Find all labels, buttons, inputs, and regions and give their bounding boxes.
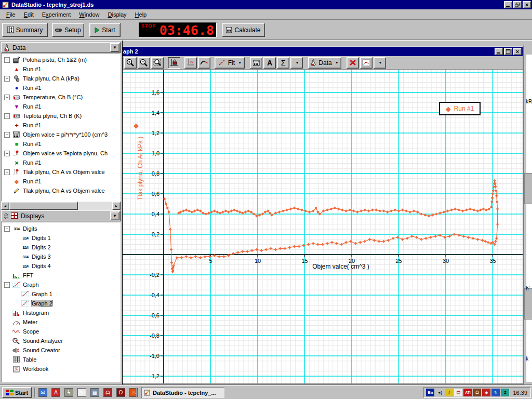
display-item-row[interactable]: Graph 2 [2,299,120,308]
tray-volume-icon[interactable]: ◄) [435,389,444,396]
scale-lock-button[interactable] [168,57,180,69]
display-item-row[interactable]: 3.14Digits 2 [2,243,120,252]
tree-expander[interactable]: − [4,169,10,175]
menu-help[interactable]: Help [131,10,151,19]
calculate-button[interactable]: Calculate [222,23,265,37]
graph-minimize-button[interactable] [495,48,503,55]
display-item-row[interactable]: 3.14Digits 1 [2,233,120,243]
display-item-row[interactable]: Sound Analyzer [2,336,120,345]
menu-experiment[interactable]: Experiment [38,10,75,19]
tree-expander[interactable]: − [4,151,10,156]
zoom-out-button[interactable] [138,57,150,69]
hscroll-right-arrow[interactable]: ► [112,202,121,210]
menu-display[interactable]: Display [104,10,131,19]
remove-button[interactable] [347,57,359,69]
zoom-in-button[interactable] [124,57,137,69]
quick-launch-calculator-app-icon[interactable]: ▦ [90,388,99,397]
calculator-button[interactable] [250,57,262,69]
statistics-button[interactable]: Σ [277,57,289,69]
graph-close-button[interactable]: × [513,48,522,55]
tree-expander[interactable]: − [4,95,10,100]
display-item-row[interactable]: −Graph [2,280,120,289]
data-item-row[interactable]: −Objem valce = pi*r*r*y*100 (cm^3 [2,130,120,139]
xy-select-button[interactable]: xy [184,57,197,69]
quick-launch-bird-icon[interactable]: ϟ [64,388,73,397]
setup-button[interactable]: Setup [52,23,84,37]
display-item-row[interactable]: Histogram [2,308,120,317]
display-item-row[interactable]: Sound Creator [2,345,120,355]
tray-scheduler-icon[interactable]: 🗔 [454,389,462,396]
data-item-row[interactable]: ▼Run #1 [2,102,120,111]
tree-expander[interactable]: − [4,282,10,288]
tree-expander[interactable]: − [4,132,10,138]
data-item-row[interactable]: Tlak plynu, Ch A vs Objem valce [2,186,120,195]
restore-button[interactable] [513,1,522,8]
hscroll-left-arrow[interactable]: ◄ [1,202,9,210]
display-item-row[interactable]: FFT [2,271,120,280]
data-panel-hscrollbar[interactable]: ◄ ► [1,202,121,210]
chart-canvas[interactable]: 51015202530351,61,41,21,00,80,60,40,2-0,… [107,70,523,383]
data-item-row[interactable]: ◆Run #1 [2,177,120,186]
graph-window-titlebar[interactable]: Graph 2 × [107,47,523,56]
display-item-row[interactable]: 3.14Digits 4 [2,261,120,271]
data-item-row[interactable]: ■Run #1 [2,139,120,149]
quick-launch-dragon-icon[interactable]: ᗣ [103,388,112,397]
display-item-row[interactable]: Scope [2,327,120,336]
plot-area[interactable]: 51015202530351,61,41,21,00,80,60,40,2-0,… [107,70,523,383]
display-item-row[interactable]: Table [2,355,120,364]
text-annotation-button[interactable]: A [263,57,276,69]
hscroll-thumb[interactable] [9,202,78,210]
display-item-row[interactable]: −3.14Digits [2,224,120,233]
data-item-row[interactable]: −xObjem valce vs Teplota plynu, Ch [2,149,120,158]
minimize-button[interactable] [504,1,512,8]
taskbar-datastudio-button[interactable]: DataStudio - tepelny_... [141,387,224,398]
summary-button[interactable]: Summary [2,23,48,37]
legend[interactable]: ◆ Run #1 [439,102,481,115]
tray-modem-icon[interactable]: Z [501,389,509,396]
zoom-select-button[interactable] [151,57,164,69]
graph-maximize-button[interactable] [504,48,512,55]
start-button[interactable]: Start [89,23,121,37]
data-item-row[interactable]: ×Run #1 [2,158,120,167]
start-menu-button[interactable]: Start [2,387,32,398]
tree-expander[interactable]: − [4,113,10,119]
smart-tool-button[interactable] [198,57,210,69]
tree-expander[interactable]: − [4,226,10,232]
graph-settings-dropdown[interactable]: ▼ [374,57,386,69]
display-item-row[interactable]: Workbook [2,364,120,374]
tray-update-icon[interactable]: ↻ [491,389,500,396]
menu-edit[interactable]: Edit [20,10,38,19]
display-item-row[interactable]: Meter [2,317,120,327]
data-item-row[interactable]: −Poloha pistu, Ch 1&2 (m) [2,55,120,64]
data-panel-dropdown[interactable]: ▼ [110,43,119,52]
quick-launch-opera-icon[interactable]: O [116,388,125,397]
menu-window[interactable]: Window [75,10,103,19]
quick-launch-acrobat-icon[interactable]: A [51,388,60,397]
data-item-row[interactable]: +Run #1 [2,121,120,130]
data-item-row[interactable]: ▲Run #1 [2,64,120,74]
fit-button[interactable]: Fit▼ [215,57,245,69]
data-button[interactable]: Data▼ [308,57,341,69]
display-item-row[interactable]: Graph 1 [2,289,120,299]
tree-expander[interactable]: − [4,57,10,63]
tray-quickres-icon[interactable]: ◆ [482,389,490,396]
quick-launch-pen-icon[interactable]: ✎ [77,388,86,397]
tray-ati-icon[interactable]: ATi [463,389,472,396]
quick-launch-mail-icon[interactable]: ✉ [38,388,47,397]
tree-expander[interactable]: − [4,76,10,82]
data-item-row[interactable]: −RTDTemperature, Ch B (°C) [2,92,120,102]
close-button[interactable]: × [523,1,531,8]
graph-settings-button[interactable] [360,57,373,69]
tray-brush-icon[interactable]: / [445,389,453,396]
displays-panel-header[interactable]: Displays ▼ [1,210,121,221]
data-item-row[interactable]: −Tlak plynu, Ch A (kPa) [2,74,120,83]
keyboard-layout-indicator[interactable]: En [426,389,434,396]
tray-mascot-icon[interactable]: ᗝ [473,389,481,396]
displays-panel-dropdown[interactable]: ▼ [110,211,119,220]
display-item-row[interactable]: 3.14Digits 3 [2,252,120,261]
statistics-dropdown[interactable]: ▼ [290,57,303,69]
data-item-row[interactable]: ●Run #1 [2,83,120,92]
data-item-row[interactable]: −RTDTeplota plynu, Ch B (K) [2,111,120,121]
data-panel-header[interactable]: Data ▼ [1,42,121,53]
data-item-row[interactable]: −xTlak plynu, Ch A vs Objem valce [2,167,120,177]
